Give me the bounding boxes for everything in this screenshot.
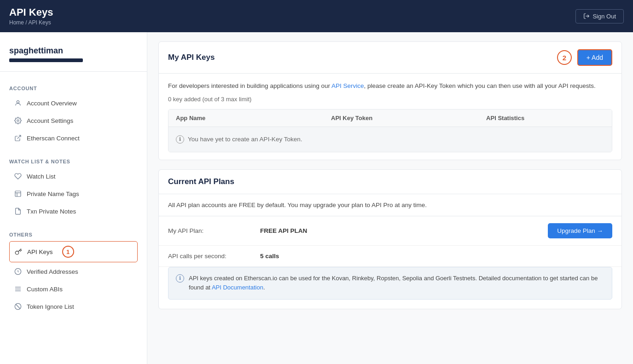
account-section-title: ACCOUNT bbox=[9, 86, 138, 91]
svg-rect-4 bbox=[15, 191, 21, 196]
col-header-app-name: App Name bbox=[168, 110, 324, 127]
api-keys-card-title: My API Keys bbox=[168, 53, 215, 62]
header-left: API Keys Home / API Keys bbox=[9, 6, 53, 26]
add-api-key-button[interactable]: + Add bbox=[577, 49, 612, 66]
sidebar-item-account-overview[interactable]: Account Overview bbox=[9, 95, 138, 111]
account-settings-icon bbox=[14, 116, 22, 125]
sidebar-item-etherscan-connect[interactable]: Etherscan Connect bbox=[9, 130, 138, 146]
plan-description: All API plan accounts are FREE by defaul… bbox=[159, 194, 621, 216]
main-layout: spaghettiman ACCOUNT Account Overview bbox=[0, 32, 633, 364]
account-section: ACCOUNT Account Overview Account Setting… bbox=[0, 76, 147, 150]
empty-table-row: ℹ You have yet to create an API-Key Toke… bbox=[168, 127, 612, 152]
api-info-box: ℹ API keys created on Etherscan.io can b… bbox=[168, 267, 612, 300]
breadcrumb: Home / API Keys bbox=[9, 19, 53, 26]
info-box-icon: ℹ bbox=[176, 274, 184, 283]
sign-out-label: Sign Out bbox=[592, 13, 616, 20]
main-content: My API Keys 2 + Add For developers inter… bbox=[147, 32, 633, 364]
plan-row-calls: API calls per second: 5 calls bbox=[159, 246, 621, 267]
empty-row-message: You have yet to create an API-Key Token. bbox=[188, 136, 302, 143]
sidebar-item-custom-abis[interactable]: Custom ABIs bbox=[9, 281, 138, 297]
info-text-after: . bbox=[263, 284, 265, 291]
sidebar-item-label: Account Settings bbox=[27, 117, 73, 124]
breadcrumb-current: API Keys bbox=[28, 19, 51, 26]
verified-addresses-icon bbox=[14, 267, 22, 276]
others-section-title: OTHERS bbox=[9, 232, 138, 237]
custom-abis-icon bbox=[14, 285, 22, 293]
user-section: spaghettiman bbox=[0, 41, 147, 72]
col-header-api-statistics: API Statistics bbox=[479, 110, 612, 127]
api-service-link[interactable]: API Service bbox=[331, 82, 364, 89]
watchlist-section-title: WATCH LIST & NOTES bbox=[9, 159, 138, 164]
info-box-text: API keys created on Etherscan.io can be … bbox=[189, 274, 604, 293]
api-keys-card: My API Keys 2 + Add For developers inter… bbox=[158, 41, 622, 160]
sidebar-item-label: Token Ignore List bbox=[27, 303, 74, 310]
etherscan-connect-icon bbox=[14, 134, 22, 142]
col-header-api-key-token: API Key Token bbox=[324, 110, 479, 127]
sign-out-button[interactable]: Sign Out bbox=[575, 9, 624, 23]
sidebar-item-label: Verified Addresses bbox=[27, 268, 78, 275]
watchlist-section: WATCH LIST & NOTES Watch List Private Na… bbox=[0, 150, 147, 223]
sidebar-item-token-ignore-list[interactable]: Token Ignore List bbox=[9, 298, 138, 315]
svg-line-12 bbox=[16, 304, 20, 308]
token-ignore-list-icon bbox=[14, 302, 22, 311]
calls-value: 5 calls bbox=[260, 253, 612, 260]
sidebar-item-label: API Keys bbox=[27, 248, 53, 255]
sidebar-item-label: Account Overview bbox=[27, 100, 77, 107]
api-keys-card-header: My API Keys 2 + Add bbox=[159, 42, 621, 74]
upgrade-plan-button[interactable]: Upgrade Plan → bbox=[548, 223, 612, 238]
api-keys-card-body: For developers interested in building ap… bbox=[159, 74, 621, 160]
plan-label: My API Plan: bbox=[168, 227, 260, 234]
table-header-row: App Name API Key Token API Statistics bbox=[168, 110, 612, 127]
sidebar-item-api-keys[interactable]: API Keys 1 bbox=[9, 241, 138, 262]
api-keys-description: For developers interested in building ap… bbox=[168, 81, 612, 91]
plans-card-title: Current API Plans bbox=[168, 177, 234, 186]
sidebar-item-private-name-tags[interactable]: Private Name Tags bbox=[9, 185, 138, 202]
description-after: , please create an API-Key Token which y… bbox=[364, 82, 596, 89]
api-keys-icon bbox=[14, 248, 23, 256]
top-header: API Keys Home / API Keys Sign Out bbox=[0, 0, 633, 32]
private-name-tags-icon bbox=[14, 190, 22, 198]
others-section: OTHERS API Keys 1 Verified Addresses bbox=[0, 223, 147, 318]
user-progress-bar bbox=[9, 58, 83, 62]
sidebar-item-account-settings[interactable]: Account Settings bbox=[9, 112, 138, 129]
watch-list-icon bbox=[14, 172, 22, 180]
calls-label: API calls per second: bbox=[168, 253, 260, 260]
breadcrumb-separator: / bbox=[25, 19, 27, 26]
sign-out-icon bbox=[583, 13, 590, 19]
sidebar-item-label: Etherscan Connect bbox=[27, 135, 80, 142]
sidebar: spaghettiman ACCOUNT Account Overview bbox=[0, 32, 147, 364]
sidebar-item-verified-addresses[interactable]: Verified Addresses bbox=[9, 263, 138, 280]
sidebar-item-watch-list[interactable]: Watch List bbox=[9, 168, 138, 185]
key-count: 0 key added (out of 3 max limit) bbox=[168, 96, 612, 103]
svg-point-2 bbox=[17, 120, 19, 121]
api-documentation-link[interactable]: API Documentation bbox=[212, 284, 263, 291]
api-keys-table-container: App Name API Key Token API Statistics ℹ … bbox=[168, 109, 612, 152]
sidebar-item-label: Custom ABIs bbox=[27, 286, 63, 293]
username: spaghettiman bbox=[9, 46, 138, 56]
plans-card-header: Current API Plans bbox=[159, 170, 621, 194]
plans-card-body: All API plan accounts are FREE by defaul… bbox=[159, 194, 621, 300]
svg-point-1 bbox=[17, 101, 19, 103]
svg-line-3 bbox=[17, 135, 21, 139]
plans-card: Current API Plans All API plan accounts … bbox=[158, 169, 622, 310]
sidebar-item-txn-private-notes[interactable]: Txn Private Notes bbox=[9, 203, 138, 220]
breadcrumb-home[interactable]: Home bbox=[9, 19, 24, 26]
page-title: API Keys bbox=[9, 6, 53, 18]
sidebar-item-label: Private Name Tags bbox=[27, 191, 79, 197]
plan-value: FREE API PLAN bbox=[260, 227, 548, 234]
active-item-badge: 1 bbox=[62, 246, 74, 258]
empty-row-info-icon: ℹ bbox=[176, 135, 184, 144]
plan-row-type: My API Plan: FREE API PLAN Upgrade Plan … bbox=[159, 216, 621, 246]
account-overview-icon bbox=[14, 99, 22, 107]
txn-private-notes-icon bbox=[14, 207, 22, 215]
sidebar-item-label: Txn Private Notes bbox=[27, 208, 76, 215]
card-header-right: 2 + Add bbox=[557, 49, 612, 66]
api-keys-table: App Name API Key Token API Statistics bbox=[168, 110, 612, 127]
sidebar-item-label: Watch List bbox=[27, 173, 56, 180]
description-before: For developers interested in building ap… bbox=[168, 82, 331, 89]
header-badge: 2 bbox=[557, 50, 572, 65]
